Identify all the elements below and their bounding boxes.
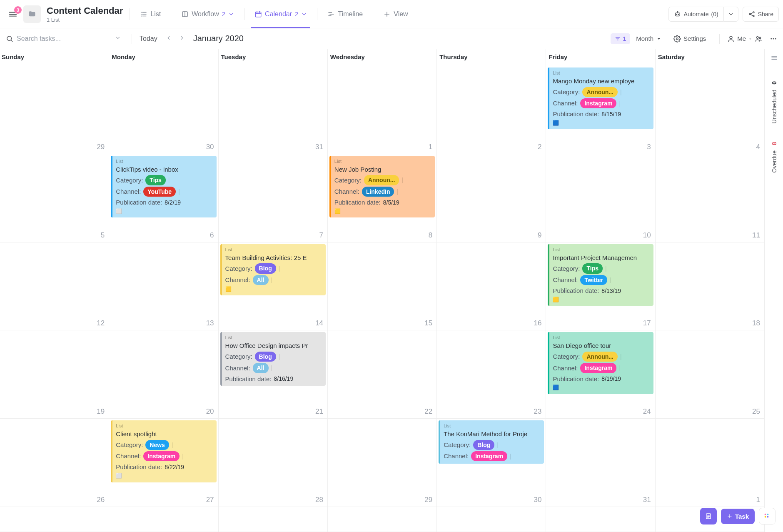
calendar-cell[interactable]	[219, 507, 328, 532]
folder-button[interactable]	[23, 5, 41, 23]
card-channel-label: Channel:	[116, 452, 141, 461]
hamburger-menu-button[interactable]: 3	[4, 5, 22, 23]
card-title: New Job Posting	[334, 165, 431, 174]
day-header: Tuesday	[219, 49, 328, 66]
prev-month-button[interactable]	[163, 33, 174, 44]
calendar-cell[interactable]: 1	[656, 419, 765, 507]
calendar-cell[interactable]: 23	[437, 330, 546, 419]
notification-badge: 3	[14, 6, 22, 14]
calendar-cell[interactable]	[328, 507, 437, 532]
card-pubdate-label: Publication date:	[334, 198, 381, 207]
calendar-cell[interactable]: 13	[109, 242, 218, 331]
calendar-cell[interactable]: List Client spotlight Category:News| Cha…	[109, 419, 218, 507]
calendar-cell[interactable]: 29	[0, 66, 109, 154]
calendar-cell[interactable]: 19	[0, 330, 109, 419]
calendar-cell[interactable]: 4	[656, 66, 765, 154]
calendar-cell[interactable]: 1	[328, 66, 437, 154]
calendar-cell[interactable]: 20	[109, 330, 218, 419]
calendar-cell[interactable]: 31	[546, 419, 655, 507]
calendar-cell[interactable]: 29	[328, 419, 437, 507]
calendar-cell[interactable]	[109, 507, 218, 532]
card-category-label: Category:	[116, 176, 143, 185]
tab-workflow[interactable]: Workflow 2	[178, 2, 237, 27]
search-input[interactable]	[17, 35, 108, 42]
task-card[interactable]: List How Office Design impacts Pr Catego…	[220, 332, 326, 386]
tab-timeline[interactable]: Timeline	[324, 2, 366, 27]
calendar-cell[interactable]: List The KonMari Method for Proje Catego…	[437, 419, 546, 507]
tab-calendar[interactable]: Calendar 2	[251, 2, 310, 27]
calendar-cell[interactable]: 5	[0, 154, 109, 242]
flag-icon: 🟦	[553, 120, 650, 127]
today-button[interactable]: Today	[140, 35, 157, 42]
automate-dropdown-button[interactable]	[723, 7, 738, 22]
calendar-cell[interactable]: 28	[219, 419, 328, 507]
date-num: 25	[752, 407, 760, 416]
calendar-cell[interactable]: 10	[546, 154, 655, 242]
overdue-button[interactable]: Overdue 8	[771, 140, 778, 173]
task-card[interactable]: List Team Building Activities: 25 E Cate…	[220, 244, 326, 296]
card-channel-label: Channel:	[116, 187, 141, 196]
task-card[interactable]: List Mango Monday new employe Category:A…	[548, 67, 653, 129]
quick-note-button[interactable]	[700, 508, 717, 525]
calendar-cell[interactable]: 7	[219, 154, 328, 242]
settings-label: Settings	[683, 35, 706, 42]
task-card[interactable]: List San Diego office tour Category:Anno…	[548, 332, 653, 394]
calendar-cell[interactable]: 2	[437, 66, 546, 154]
more-button[interactable]	[770, 35, 777, 42]
chevron-down-icon	[228, 11, 234, 17]
unscheduled-button[interactable]: Unscheduled 0	[771, 80, 778, 124]
me-label: Me	[737, 35, 746, 42]
people-filter-button[interactable]	[755, 35, 762, 42]
apps-grid-icon	[763, 512, 771, 520]
date-num: 8	[429, 231, 432, 240]
calendar-cell[interactable]: List Team Building Activities: 25 E Cate…	[219, 242, 328, 331]
calendar-cell[interactable]	[437, 507, 546, 532]
apps-button[interactable]	[759, 508, 776, 525]
date-num: 22	[424, 407, 432, 416]
calendar-cell[interactable]: List New Job Posting Category:Announ...|…	[328, 154, 437, 242]
search-dropdown-button[interactable]	[112, 33, 124, 44]
category-pill: Announ...	[582, 87, 618, 97]
svg-point-41	[773, 38, 774, 39]
calendar-cell[interactable]: 22	[328, 330, 437, 419]
calendar-cell[interactable]: 18	[656, 242, 765, 331]
scale-dropdown[interactable]: Month	[636, 35, 662, 42]
calendar-cell[interactable]: 12	[0, 242, 109, 331]
date-num: 11	[752, 231, 760, 240]
svg-line-29	[751, 14, 753, 15]
calendar-cell[interactable]: 30	[109, 66, 218, 154]
task-card[interactable]: List New Job Posting Category:Announ...|…	[329, 156, 435, 217]
calendar-cell[interactable]: 26	[0, 419, 109, 507]
calendar-cell[interactable]	[0, 507, 109, 532]
calendar-cell[interactable]: List How Office Design impacts Pr Catego…	[219, 330, 328, 419]
calendar-cell[interactable]	[546, 507, 655, 532]
next-month-button[interactable]	[177, 33, 187, 44]
rail-toggle-button[interactable]	[771, 54, 778, 63]
note-icon	[705, 512, 712, 520]
task-card[interactable]: List Important Project Managemen Categor…	[548, 244, 653, 306]
tab-list[interactable]: List	[137, 2, 164, 27]
calendar-cell[interactable]: 16	[437, 242, 546, 331]
add-view-button[interactable]: View	[380, 2, 411, 27]
calendar-cell[interactable]: 15	[328, 242, 437, 331]
calendar-cell[interactable]: 9	[437, 154, 546, 242]
calendar-cell[interactable]: 25	[656, 330, 765, 419]
channel-pill: LinkedIn	[362, 187, 394, 197]
card-category-label: Category:	[553, 87, 580, 97]
new-task-button[interactable]: Task	[721, 509, 755, 524]
task-card[interactable]: List ClickTips video - inbox Category:Ti…	[111, 156, 216, 217]
automate-button[interactable]: Automate (0)	[668, 7, 723, 22]
me-filter-button[interactable]: Me	[727, 35, 746, 42]
calendar-cell[interactable]: List ClickTips video - inbox Category:Ti…	[109, 154, 218, 242]
task-card[interactable]: List Client spotlight Category:News| Cha…	[111, 420, 216, 482]
filter-button[interactable]: 1	[611, 33, 631, 44]
calendar-cell[interactable]: 31	[219, 66, 328, 154]
task-card[interactable]: List The KonMari Method for Proje Catego…	[439, 420, 544, 464]
calendar-cell[interactable]: 11	[656, 154, 765, 242]
calendar-cell[interactable]: List Mango Monday new employe Category:A…	[546, 66, 655, 154]
calendar-cell[interactable]: List Important Project Managemen Categor…	[546, 242, 655, 331]
share-button[interactable]: Share	[743, 7, 779, 22]
calendar-cell[interactable]: List San Diego office tour Category:Anno…	[546, 330, 655, 419]
overdue-count: 8	[771, 142, 777, 145]
settings-button[interactable]: Settings	[673, 35, 706, 42]
